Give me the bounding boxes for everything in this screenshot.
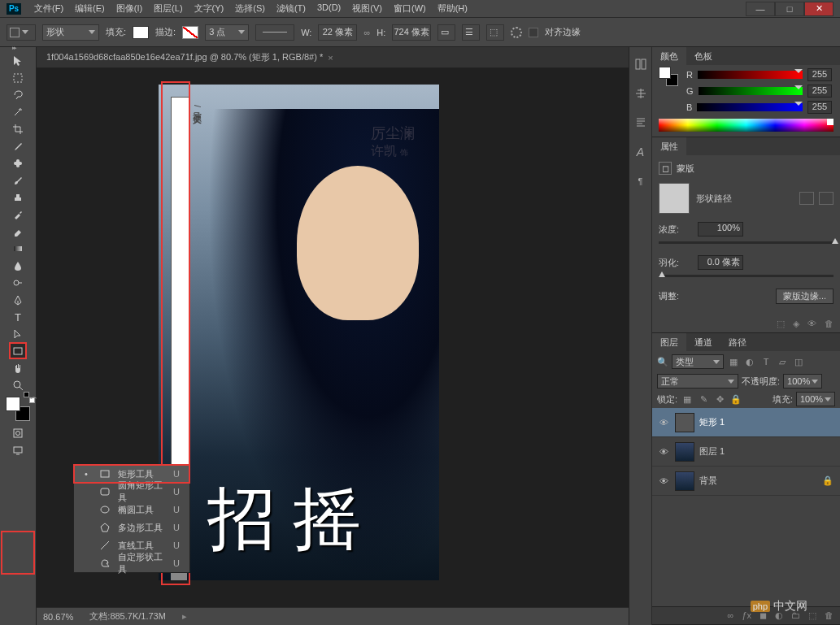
zoom-tool[interactable] <box>9 376 27 393</box>
flyout-item[interactable]: 自定形状工具U <box>74 554 189 572</box>
layer-thumbnail[interactable] <box>675 413 694 432</box>
layer-item[interactable]: 👁图层 1 <box>652 437 840 467</box>
tab-swatches[interactable]: 色板 <box>686 47 720 65</box>
marquee-tool[interactable] <box>9 69 27 86</box>
flyout-item[interactable]: 圆角矩形工具U <box>74 483 189 501</box>
r-value[interactable]: 255 <box>807 68 832 81</box>
foreground-color[interactable] <box>6 397 20 411</box>
prop-icon-2[interactable]: ◈ <box>793 319 799 329</box>
tab-paths[interactable]: 路径 <box>720 333 755 351</box>
height-input[interactable] <box>392 24 431 41</box>
path-select-tool[interactable] <box>9 325 27 342</box>
character-panel-icon[interactable] <box>633 86 648 101</box>
b-slider[interactable] <box>697 103 803 111</box>
color-panel-swatches[interactable] <box>659 67 678 86</box>
rectangle-tool[interactable] <box>9 342 27 359</box>
mask-edge-button[interactable]: 蒙版边缘... <box>776 289 833 304</box>
density-value[interactable]: 100% <box>698 222 743 237</box>
visibility-icon[interactable]: 👁 <box>652 418 675 428</box>
path-align-button[interactable]: ☰ <box>462 24 480 41</box>
new-layer-icon[interactable]: ⬚ <box>808 610 816 621</box>
dodge-tool[interactable] <box>9 274 27 291</box>
move-tool[interactable] <box>9 52 27 69</box>
prop-eye-icon[interactable]: 👁 <box>807 319 816 329</box>
r-slider[interactable] <box>698 71 803 79</box>
layer-item[interactable]: 👁背景🔒 <box>652 467 840 496</box>
g-slider[interactable] <box>699 87 803 95</box>
feather-slider[interactable] <box>659 275 833 277</box>
blend-mode-dropdown[interactable]: 正常 <box>657 374 738 388</box>
filter-pixel-icon[interactable]: ▦ <box>727 355 740 368</box>
flyout-item[interactable]: 多边形工具U <box>74 519 189 536</box>
b-value[interactable]: 255 <box>807 101 832 114</box>
layer-thumbnail[interactable] <box>675 471 694 491</box>
align-edges-checkbox[interactable] <box>529 28 538 37</box>
opacity-dropdown[interactable]: 100% <box>783 374 822 388</box>
pen-tool[interactable] <box>9 291 27 308</box>
path-arrange-button[interactable]: ⬚ <box>486 24 504 41</box>
tab-properties[interactable]: 属性 <box>652 137 686 155</box>
lasso-tool[interactable] <box>9 86 27 103</box>
gradient-tool[interactable] <box>9 240 27 257</box>
flyout-item[interactable]: 椭圆工具U <box>74 501 189 519</box>
link-layers-icon[interactable]: ∞ <box>728 610 734 621</box>
link-wh-icon[interactable]: ∞ <box>363 28 370 37</box>
lock-trans-icon[interactable]: ▦ <box>681 393 694 406</box>
magic-wand-tool[interactable] <box>9 103 27 120</box>
g-value[interactable]: 255 <box>807 85 832 98</box>
fill-color-swatch[interactable] <box>133 26 149 39</box>
menu-item[interactable]: 帮助(H) <box>433 1 472 16</box>
width-input[interactable] <box>318 24 357 41</box>
menu-item[interactable]: 视图(V) <box>347 1 387 16</box>
tool-preset-picker[interactable] <box>7 24 36 41</box>
feather-value[interactable]: 0.0 像素 <box>698 255 743 270</box>
minimize-button[interactable]: — <box>746 2 775 16</box>
layer-item[interactable]: 👁矩形 1 <box>652 408 840 437</box>
blur-tool[interactable] <box>9 257 27 274</box>
filter-smart-icon[interactable]: ◫ <box>792 355 805 368</box>
stamp-tool[interactable] <box>9 189 27 206</box>
layer-filter-dropdown[interactable]: 类型 <box>672 354 724 369</box>
menu-item[interactable]: 3D(D) <box>312 1 346 16</box>
menu-item[interactable]: 选择(S) <box>230 1 270 16</box>
filter-adjust-icon[interactable]: ◐ <box>743 355 756 368</box>
brush-tool[interactable] <box>9 171 27 189</box>
menu-item[interactable]: 滤镜(T) <box>272 1 311 16</box>
foreground-background-swatches[interactable]: ⤺ <box>6 397 30 421</box>
quickmask-tool[interactable] <box>9 424 27 441</box>
filter-type-icon[interactable]: T <box>759 355 773 368</box>
canvas[interactable]: 导演/关仁义 厉尘澜 许凯 饰 招 摇 <box>159 85 439 580</box>
menu-item[interactable]: 文件(F) <box>29 1 68 16</box>
stroke-width-dropdown[interactable]: 3 点 <box>205 24 249 41</box>
paragraph2-panel-icon[interactable]: ¶ <box>633 174 648 189</box>
stroke-style-dropdown[interactable] <box>255 24 294 41</box>
menu-item[interactable]: 图像(I) <box>111 1 147 16</box>
document-tab[interactable]: 1f004a1569d68cfaa850e16e42ea71f.jpg @ 80… <box>37 47 629 68</box>
zoom-level[interactable]: 80.67% <box>43 612 73 622</box>
prop-icon-1[interactable]: ⬚ <box>777 319 785 329</box>
menu-item[interactable]: 文字(Y) <box>189 1 229 16</box>
type-tool[interactable]: T <box>9 308 27 325</box>
filter-shape-icon[interactable]: ▱ <box>776 355 789 368</box>
path-ops-button[interactable]: ▭ <box>437 24 455 41</box>
crop-tool[interactable] <box>9 120 27 137</box>
menu-item[interactable]: 图层(L) <box>149 1 187 16</box>
lock-all-icon[interactable]: 🔒 <box>729 393 742 406</box>
visibility-icon[interactable]: 👁 <box>652 447 675 457</box>
eraser-tool[interactable] <box>9 223 27 240</box>
prop-trash-icon[interactable]: 🗑 <box>825 319 833 329</box>
layer-thumbnail[interactable] <box>675 442 694 462</box>
tab-channels[interactable]: 通道 <box>686 333 720 351</box>
vector-mask-icon[interactable] <box>819 192 833 205</box>
mask-thumbnail[interactable] <box>659 183 690 214</box>
menu-item[interactable]: 编辑(E) <box>70 1 110 16</box>
stroke-color-swatch[interactable] <box>182 26 198 39</box>
shape-settings-icon[interactable] <box>511 27 522 38</box>
eyedropper-tool[interactable] <box>9 137 27 154</box>
menu-item[interactable]: 窗口(W) <box>389 1 431 16</box>
tab-layers[interactable]: 图层 <box>652 333 686 351</box>
healing-tool[interactable] <box>9 154 27 171</box>
hand-tool[interactable] <box>9 359 27 376</box>
shape-mode-dropdown[interactable]: 形状 <box>42 24 99 41</box>
spectrum-ramp[interactable] <box>659 119 833 132</box>
